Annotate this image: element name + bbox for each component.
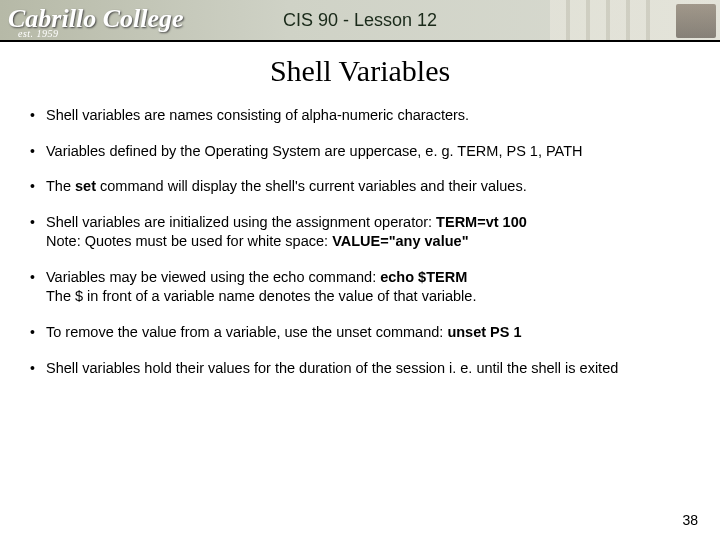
bullet-2: Variables defined by the Operating Syste… [30, 142, 692, 162]
bullet-4: Shell variables are initialized using th… [30, 213, 692, 252]
bullet-4-line1-bold: TERM=vt 100 [436, 214, 527, 230]
slide-content: Shell variables are names consisting of … [0, 106, 720, 378]
bullet-6: To remove the value from a variable, use… [30, 323, 692, 343]
bullet-3-post: command will display the shell's current… [96, 178, 527, 194]
bullet-5-line2: The $ in front of a variable name denote… [46, 288, 476, 304]
bullet-4-line2-bold: VALUE="any value" [332, 233, 468, 249]
slide: Cabrillo College est. 1959 CIS 90 - Less… [0, 0, 720, 540]
bullet-1-text: Shell variables are names consisting of … [46, 107, 469, 123]
slide-title: Shell Variables [0, 54, 720, 88]
bullet-list: Shell variables are names consisting of … [30, 106, 692, 378]
bullet-4-line1-pre: Shell variables are initialized using th… [46, 214, 436, 230]
page-number: 38 [682, 512, 698, 528]
bullet-3-cmd: set [75, 178, 96, 194]
bullet-7: Shell variables hold their values for th… [30, 359, 692, 379]
bullet-5: Variables may be viewed using the echo c… [30, 268, 692, 307]
bullet-1: Shell variables are names consisting of … [30, 106, 692, 126]
slide-header: Cabrillo College est. 1959 CIS 90 - Less… [0, 0, 720, 42]
bullet-3: The set command will display the shell's… [30, 177, 692, 197]
course-line: CIS 90 - Lesson 12 [0, 10, 720, 31]
bullet-3-pre: The [46, 178, 75, 194]
bullet-6-pre: To remove the value from a variable, use… [46, 324, 447, 340]
bullet-7-text: Shell variables hold their values for th… [46, 360, 618, 376]
bullet-5-line1-pre: Variables may be viewed using the echo c… [46, 269, 380, 285]
bullet-2-text: Variables defined by the Operating Syste… [46, 143, 583, 159]
bullet-6-bold: unset PS 1 [447, 324, 521, 340]
bullet-4-line2-pre: Note: Quotes must be used for white spac… [46, 233, 332, 249]
bullet-5-line1-bold: echo $TERM [380, 269, 467, 285]
